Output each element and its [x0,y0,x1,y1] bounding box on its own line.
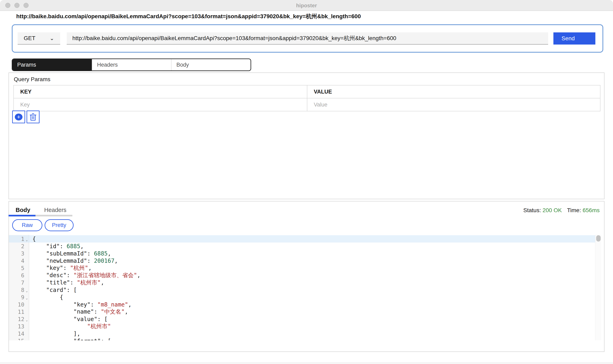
line-number: 14 [9,331,24,337]
code-text: { [32,294,63,301]
line-number: 1 [9,236,24,242]
code-text: "card": [ [32,287,77,293]
column-header-key: KEY [14,85,307,98]
line-number: 2 [9,243,24,249]
code-text: "name": "中文名", [32,308,128,316]
url-input[interactable] [67,32,548,45]
fold-spacer [24,304,29,305]
fold-spacer [24,282,29,284]
fold-chevron-icon[interactable]: ⌄ [24,294,29,300]
title-bar: hiposter [0,0,613,11]
fold-chevron-icon[interactable]: ⌄ [24,316,29,322]
add-param-button[interactable]: + [12,111,25,123]
code-line: 2 "id": 6885, [9,243,604,250]
tab-params[interactable]: Params [12,59,92,70]
code-text: "title": "杭州市", [32,279,104,286]
send-button[interactable]: Send [553,32,595,45]
code-line: 6 "desc": "浙江省辖地级市、省会", [9,272,604,279]
method-select[interactable]: GET ⌄ [18,32,60,45]
line-number: 8 [9,287,24,293]
code-line: 4 "newLemmaId": 200167, [9,257,604,264]
app-window: hiposter http://baike.baidu.com/api/open… [0,0,613,364]
tab-underline-track [9,215,72,216]
request-bar: GET ⌄ Send [12,24,603,53]
tab-body[interactable]: Body [171,59,251,70]
query-params-table: KEY VALUE [13,85,600,111]
pretty-view-button[interactable]: Pretty [45,219,74,231]
fold-chevron-icon[interactable]: ⌄ [24,236,29,242]
query-params-panel: Query Params KEY VALUE + [9,72,604,199]
line-number: 7 [9,280,24,286]
code-text: "id": 6885, [32,243,84,250]
code-text: "format": [ [32,338,111,340]
time-label: Time: [567,207,581,213]
fold-spacer [24,333,29,334]
code-text: "desc": "浙江省辖地级市、省会", [32,272,140,279]
request-url-heading: http://baike.baidu.com/api/openapi/Baike… [16,13,361,20]
raw-view-button[interactable]: Raw [12,219,42,231]
code-line: 9⌄ { [9,294,604,301]
line-number: 9 [9,294,24,300]
response-tab-headers[interactable]: Headers [44,207,67,213]
plus-icon: + [15,114,23,120]
time-value: 656ms [583,207,600,213]
code-line: 13 "杭州市" [9,323,604,330]
response-body-editor[interactable]: 1⌄{2 "id": 6885,3 "subLemmaId": 6885,4 "… [9,235,604,340]
fold-spacer [24,245,29,247]
code-line: 8⌄ "card": [ [9,286,604,294]
status-label: Status: [523,207,541,213]
code-text: { [32,236,36,242]
code-line: 3 "subLemmaId": 6885, [9,250,604,257]
fold-spacer [24,311,29,312]
code-text: "newLemmaId": 200167, [32,258,118,264]
code-text: "杭州市" [32,323,111,330]
response-panel: Body Headers Status: 200 OK Time: 656ms … [9,201,604,352]
line-number: 15 [9,338,24,340]
code-text: ], [32,330,80,337]
param-value-input[interactable] [314,102,586,108]
chevron-down-icon: ⌄ [50,35,54,41]
line-number: 4 [9,258,24,264]
code-text: "subLemmaId": 6885, [32,250,111,257]
window-title: hiposter [0,2,613,9]
code-line: 12⌄ "value": [ [9,315,604,323]
trash-icon [30,113,37,121]
method-select-value: GET [24,35,35,41]
delete-param-button[interactable] [27,111,40,123]
window-bottom-divider [0,363,613,363]
fold-spacer [24,274,29,276]
code-line: 1⌄{ [9,235,604,243]
tab-headers[interactable]: Headers [92,59,171,70]
response-tab-body[interactable]: Body [16,207,30,213]
code-text: "key": "杭州", [32,264,92,272]
status-value: 200 OK [543,207,562,213]
code-line: 5 "key": "杭州", [9,264,604,272]
line-number: 11 [9,309,24,315]
fold-spacer [24,325,29,327]
fold-spacer [24,260,29,261]
editor-scrollbar-thumb[interactable] [596,235,601,242]
line-number: 13 [9,323,24,330]
code-line: 15 "format": [ [9,337,604,340]
tab-underline-active [9,215,35,216]
code-text: "value": [ [32,316,108,323]
code-line: 10 "key": "m8_name", [9,301,604,308]
fold-chevron-icon[interactable]: ⌄ [24,287,29,293]
response-status-line: Status: 200 OK Time: 656ms [523,207,600,214]
line-number: 5 [9,265,24,271]
code-text: "key": "m8_name", [32,301,132,308]
line-number: 3 [9,250,24,257]
column-header-value: VALUE [307,85,600,98]
fold-spacer [24,267,29,269]
table-row [14,98,600,111]
code-line: 7 "title": "杭州市", [9,279,604,286]
line-number: 6 [9,272,24,279]
code-line: 11 "name": "中文名", [9,308,604,315]
line-number: 10 [9,301,24,308]
editor-scrollbar[interactable] [595,235,601,340]
param-key-input[interactable] [20,102,293,108]
query-params-title: Query Params [14,76,51,83]
fold-spacer [24,253,29,254]
line-number: 12 [9,316,24,322]
request-tabs: Params Headers Body [12,59,251,71]
